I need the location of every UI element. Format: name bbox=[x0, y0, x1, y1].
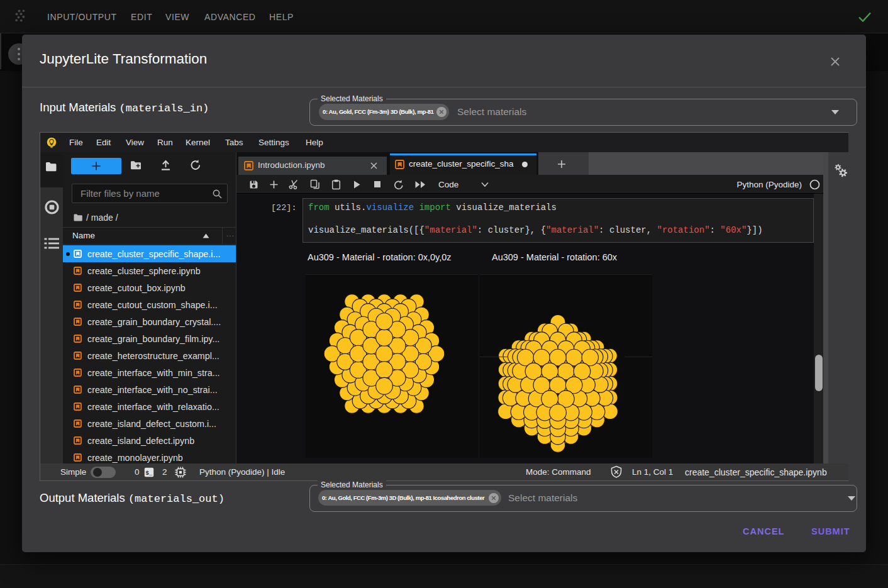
svg-text:$_: $_ bbox=[146, 470, 153, 477]
